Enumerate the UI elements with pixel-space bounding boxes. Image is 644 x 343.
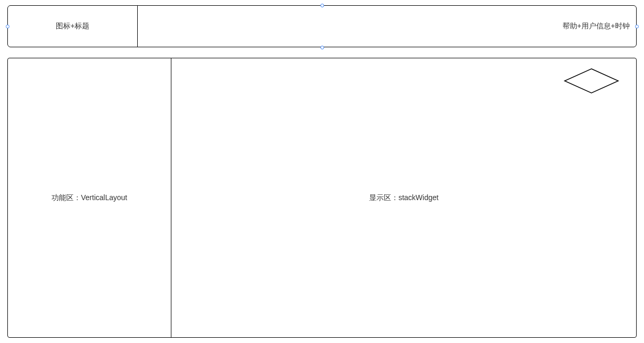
selection-handle-right[interactable] (635, 25, 639, 28)
header-right-label: 帮助+用户信息+时钟 (563, 22, 630, 31)
body-container[interactable]: 功能区：VerticalLayout 显示区：stackWidget (7, 58, 637, 338)
selection-handle-bottom[interactable] (320, 46, 324, 49)
selection-handle-left[interactable] (6, 25, 9, 28)
header-left-box[interactable]: 图标+标题 (8, 6, 138, 47)
wireframe-canvas: 图标+标题 帮助+用户信息+时钟 功能区：VerticalLayout 显示区：… (0, 0, 644, 343)
main-label: 显示区：stackWidget (369, 193, 438, 203)
sidebar-label: 功能区：VerticalLayout (52, 193, 127, 203)
header-container[interactable]: 图标+标题 帮助+用户信息+时钟 (7, 5, 637, 47)
svg-marker-0 (565, 69, 618, 93)
header-left-label: 图标+标题 (56, 22, 89, 31)
selection-handle-top[interactable] (320, 4, 324, 7)
sidebar-box[interactable]: 功能区：VerticalLayout (8, 58, 171, 337)
diamond-connector-icon[interactable] (563, 68, 620, 94)
header-right-box[interactable]: 帮助+用户信息+时钟 (138, 6, 636, 47)
main-box[interactable]: 显示区：stackWidget (171, 58, 636, 337)
